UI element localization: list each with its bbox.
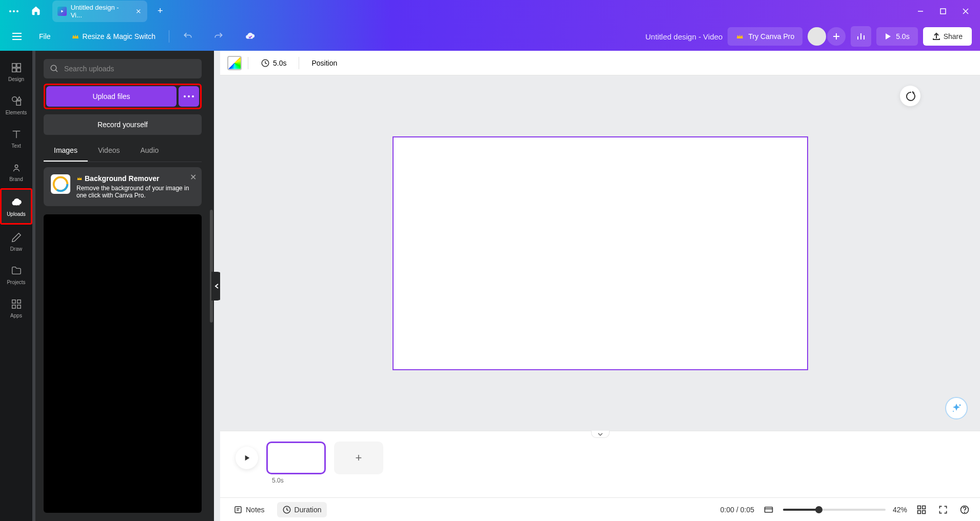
try-pro-button[interactable]: Try Canva Pro <box>728 27 802 46</box>
fullscreen-button[interactable] <box>936 503 950 517</box>
timeline: 5.0s + <box>220 431 980 497</box>
promo-title: Background Remover <box>85 174 159 183</box>
grid-icon <box>916 505 927 515</box>
elements-icon <box>11 95 22 107</box>
crown-icon <box>71 32 80 41</box>
brand-icon <box>11 162 22 173</box>
ai-assistant-button[interactable] <box>945 397 968 419</box>
crown-icon <box>76 175 83 182</box>
add-scene-button[interactable]: + <box>334 442 383 474</box>
svg-marker-19 <box>17 97 21 100</box>
nav-design[interactable]: Design <box>0 55 32 88</box>
chart-icon <box>856 31 866 42</box>
upload-options-button[interactable] <box>179 86 199 107</box>
record-yourself-button[interactable]: Record yourself <box>44 114 202 135</box>
chevron-left-icon <box>214 284 220 289</box>
nav-draw[interactable]: Draw <box>0 225 32 258</box>
close-window-button[interactable] <box>955 4 976 19</box>
tab-videos[interactable]: Videos <box>88 140 130 162</box>
user-avatar[interactable] <box>808 27 826 46</box>
document-tab[interactable]: Untitled design - Vi... <box>52 1 147 22</box>
new-tab-button[interactable]: + <box>152 3 168 19</box>
svg-marker-33 <box>245 455 250 461</box>
upload-row-highlight: Upload files <box>44 84 202 109</box>
design-icon <box>11 62 22 73</box>
svg-rect-13 <box>12 64 15 67</box>
svg-point-32 <box>953 411 954 412</box>
search-icon <box>50 64 59 73</box>
slider-thumb[interactable] <box>815 506 822 513</box>
uploads-panel: Upload files Record yourself Images Vide… <box>35 51 210 521</box>
nav-uploads[interactable]: Uploads <box>0 188 32 225</box>
canva-icon <box>57 7 67 16</box>
close-promo-button[interactable]: ✕ <box>190 172 197 182</box>
main-toolbar: File Resize & Magic Switch Untitled desi… <box>0 22 980 51</box>
analytics-button[interactable] <box>851 26 871 47</box>
share-icon <box>932 32 940 41</box>
clock-icon <box>282 505 291 514</box>
regenerate-button[interactable] <box>900 86 920 106</box>
svg-rect-14 <box>16 64 20 67</box>
clip-duration-button[interactable]: 5.0s <box>254 55 292 71</box>
view-mode-button[interactable] <box>761 503 776 517</box>
svg-rect-43 <box>918 510 921 513</box>
time-display: 0:00 / 0:05 <box>720 506 754 514</box>
svg-point-31 <box>959 405 961 406</box>
background-remover-promo: Background Remover Remove the background… <box>44 167 202 206</box>
tab-images[interactable]: Images <box>44 140 88 162</box>
clock-icon <box>261 58 270 68</box>
titlebar: Untitled design - Vi... + <box>0 0 980 22</box>
grid-view-button[interactable] <box>914 503 929 517</box>
promo-image <box>51 174 70 194</box>
nav-text[interactable]: Text <box>0 122 32 155</box>
home-button[interactable] <box>26 2 46 21</box>
projects-icon <box>11 265 22 276</box>
duration-button[interactable]: Duration <box>277 502 327 517</box>
nav-elements[interactable]: Elements <box>0 88 32 122</box>
nav-apps[interactable]: Apps <box>0 291 32 325</box>
upload-files-button[interactable]: Upload files <box>46 86 177 107</box>
draw-icon <box>11 232 22 243</box>
undo-button[interactable] <box>175 27 200 46</box>
search-uploads-input[interactable] <box>64 65 195 73</box>
notes-icon <box>233 505 243 514</box>
redo-button[interactable] <box>206 27 231 46</box>
color-picker-button[interactable] <box>227 56 242 70</box>
help-button[interactable] <box>957 503 972 517</box>
svg-point-22 <box>15 165 18 168</box>
svg-rect-4 <box>940 9 946 14</box>
nav-brand[interactable]: Brand <box>0 155 32 188</box>
app-menu-button[interactable] <box>4 7 24 15</box>
maximize-button[interactable] <box>933 4 953 19</box>
far-left-nav: Design Elements Text Brand Uploads Draw … <box>0 51 32 521</box>
resize-button[interactable]: Resize & Magic Switch <box>64 28 163 45</box>
notes-button[interactable]: Notes <box>228 502 270 517</box>
share-button[interactable]: Share <box>923 27 972 46</box>
design-canvas[interactable] <box>393 136 808 370</box>
refresh-icon <box>905 91 915 101</box>
play-button[interactable] <box>236 447 258 469</box>
file-button[interactable]: File <box>32 28 58 45</box>
document-title[interactable]: Untitled design - Video <box>645 32 723 41</box>
main-menu-button[interactable] <box>8 29 26 44</box>
chevron-down-icon <box>598 432 603 436</box>
scrollbar-thumb[interactable] <box>210 210 213 323</box>
nav-projects[interactable]: Projects <box>0 258 32 291</box>
collapse-timeline-button[interactable] <box>591 431 610 438</box>
present-button[interactable]: 5.0s <box>876 27 917 46</box>
tab-title: Untitled design - Vi... <box>71 4 131 19</box>
plus-icon <box>832 32 840 41</box>
position-button[interactable]: Position <box>305 56 343 70</box>
close-tab-icon[interactable] <box>135 8 142 15</box>
scene-thumbnail[interactable]: 5.0s <box>266 442 326 474</box>
zoom-level[interactable]: 42% <box>893 506 907 514</box>
add-collaborator-button[interactable] <box>827 27 846 46</box>
upload-preview-area[interactable] <box>44 214 202 513</box>
cloud-sync-button[interactable] <box>237 27 263 46</box>
tab-audio[interactable]: Audio <box>130 140 169 162</box>
bottom-bar: Notes Duration 0:00 / 0:05 42% <box>220 497 980 521</box>
svg-rect-16 <box>16 68 20 72</box>
slider-fill <box>783 509 819 511</box>
zoom-slider[interactable] <box>783 509 886 511</box>
minimize-button[interactable] <box>910 4 931 19</box>
